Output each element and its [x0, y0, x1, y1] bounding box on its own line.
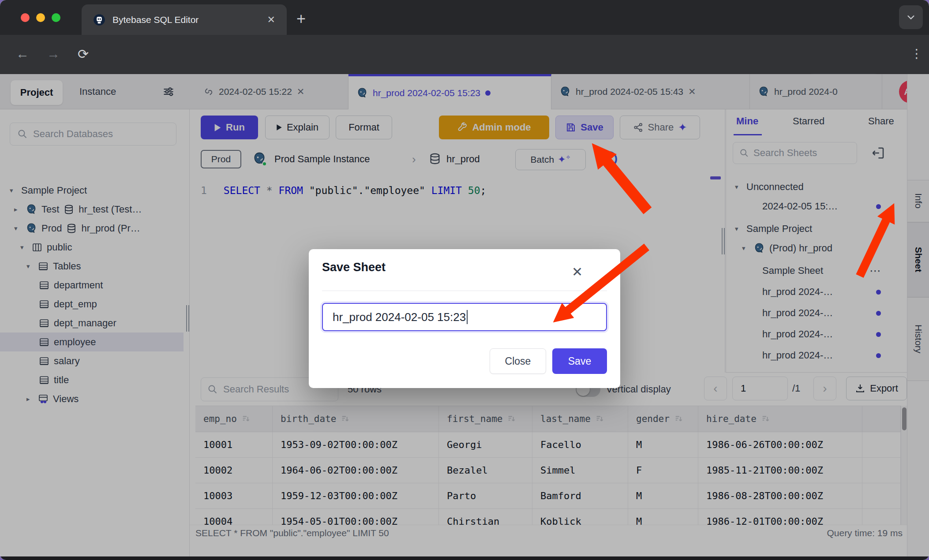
bytebase-favicon [93, 14, 105, 26]
minimize-window-button[interactable] [36, 13, 45, 22]
browser-tab[interactable]: Bytebase SQL Editor ✕ [82, 4, 287, 35]
sheet-name-input[interactable]: hr_prod 2024-02-05 15:23 [322, 303, 607, 331]
browser-menu-icon[interactable]: ⋮ [910, 46, 923, 61]
browser-toolbar: ← → ⟳ ⓘ localhost:8080/sql-editor/prod-s… [0, 35, 929, 74]
dialog-title: Save Sheet [322, 261, 386, 274]
dialog-save-button[interactable]: Save [552, 348, 607, 374]
close-window-button[interactable] [21, 13, 30, 22]
sheet-name-value: hr_prod 2024-02-05 15:23 [333, 310, 466, 324]
zoom-window-button[interactable] [52, 13, 60, 22]
chevron-down-icon [906, 12, 916, 22]
reload-icon[interactable]: ⟳ [78, 46, 89, 62]
browser-tab-title: Bytebase SQL Editor [112, 15, 199, 25]
window-bottom-edge [0, 556, 929, 560]
back-icon[interactable]: ← [16, 46, 29, 61]
dialog-divider [322, 291, 607, 291]
close-tab-icon[interactable]: ✕ [267, 14, 275, 26]
text-cursor [467, 310, 468, 324]
dialog-close-icon[interactable]: ✕ [572, 264, 583, 280]
dialog-close-button[interactable]: Close [490, 348, 546, 374]
browser-window: Bytebase SQL Editor ✕ + ← → ⟳ ⓘ localhos… [0, 0, 929, 560]
tab-search-button[interactable] [899, 5, 923, 29]
forward-icon[interactable]: → [47, 46, 60, 61]
new-tab-button[interactable]: + [296, 10, 306, 28]
browser-tabstrip: Bytebase SQL Editor ✕ + [0, 0, 929, 35]
